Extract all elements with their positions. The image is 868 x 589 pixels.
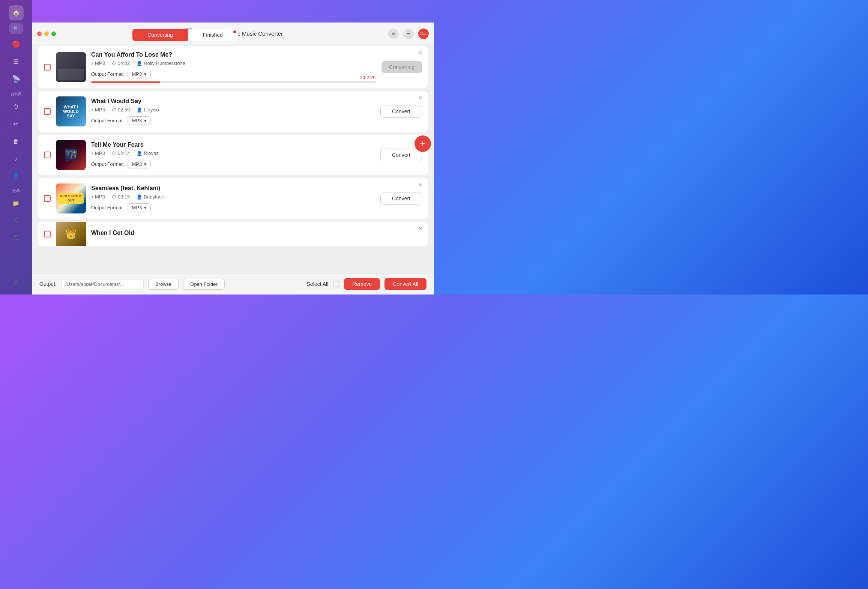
- sidebar-delete[interactable]: 🗑: [9, 134, 24, 149]
- clock-icon-2: ⏱: [112, 107, 116, 113]
- song-duration-1: ⏱ 04:02: [112, 60, 130, 66]
- person-icon-1: 👤: [137, 61, 142, 66]
- song-duration-2: ⏱ 02:59: [112, 107, 130, 113]
- convert-button-4[interactable]: Convert: [380, 192, 422, 205]
- chevron-down-icon-1: ▾: [144, 71, 147, 77]
- output-format-select-1[interactable]: MP3 ▾: [128, 70, 151, 78]
- output-format-label-3: Output Format:: [91, 161, 124, 167]
- sidebar-edit[interactable]: ✏: [9, 116, 24, 131]
- close-song-5[interactable]: ✕: [418, 225, 423, 231]
- sidebar-user[interactable]: 👤: [9, 168, 24, 183]
- output-path: /Users/apple/Documents/...: [61, 279, 144, 289]
- sidebar-note2[interactable]: 🎵: [9, 230, 24, 245]
- chevron-down-icon-3: ▾: [144, 161, 147, 167]
- select-all-checkbox[interactable]: [333, 281, 339, 287]
- song-info-1: Can You Afford To Lose Me? ♪ MP3 ⏱ 04:02…: [91, 51, 376, 83]
- open-folder-button[interactable]: Open Folder: [183, 279, 224, 290]
- output-format-label-2: Output Format:: [91, 118, 124, 123]
- avatar[interactable]: 11...: [418, 29, 429, 39]
- song-card-5: ✕ 👑 When I Get Old: [38, 222, 428, 246]
- sidebar-note1[interactable]: 🎵: [9, 213, 24, 228]
- song-format-1: ♪ MP3: [91, 60, 105, 66]
- sidebar-history[interactable]: ⏱: [9, 99, 24, 114]
- plus-icon: +: [420, 139, 425, 148]
- checkbox-song-4[interactable]: [44, 195, 51, 202]
- song-meta-3: ♪ MP3 ⏱ 02:14 👤 Riovaz: [91, 150, 375, 156]
- close-song-1[interactable]: ✕: [418, 50, 423, 56]
- minimize-btn[interactable]: [44, 32, 49, 36]
- select-all-group: Select All:: [307, 281, 339, 287]
- music-note-icon-4: ♪: [91, 194, 93, 200]
- song-meta-2: ♪ MP3 ⏱ 02:59 👤 Lloyiso: [91, 107, 375, 113]
- close-song-4[interactable]: ✕: [418, 182, 423, 188]
- menu-icon[interactable]: ☰: [403, 29, 414, 39]
- convert-all-button[interactable]: Convert All: [384, 278, 426, 290]
- song-meta-4: ♪ MP3 ⏱ 03:15 👤 Babyface: [91, 194, 375, 200]
- sidebar-folder[interactable]: 📁: [9, 196, 24, 211]
- song-artist-2: 👤 Lloyiso: [137, 107, 159, 113]
- song-art-1: [56, 52, 86, 82]
- format-row-3: Output Format: MP3 ▾: [91, 160, 375, 168]
- convert-button-2[interactable]: Convert: [380, 105, 422, 118]
- song-title-2: What I Would Say: [91, 98, 375, 105]
- checkbox-song-1[interactable]: [44, 64, 51, 71]
- song-artist-4: 👤 Babyface: [137, 194, 164, 200]
- clock-icon-4: ⏱: [112, 194, 116, 200]
- output-format-select-4[interactable]: MP3 ▾: [128, 203, 151, 212]
- add-button[interactable]: +: [414, 135, 431, 152]
- music-note-icon-1: ♪: [91, 61, 93, 66]
- format-row-4: Output Format: MP3 ▾: [91, 203, 375, 212]
- converting-button-1: Converting: [381, 61, 422, 73]
- checkbox-song-2[interactable]: [44, 108, 51, 115]
- song-title-3: Tell Me Your Fears: [91, 141, 375, 148]
- song-card-1: ✕ Can You Afford To Lose Me? ♪ MP3 ⏱: [38, 46, 428, 88]
- output-format-select-2[interactable]: MP3 ▾: [128, 116, 151, 125]
- progress-track-1: [91, 81, 376, 83]
- progress-fill-1: [91, 81, 160, 83]
- remove-button[interactable]: Remove: [344, 278, 380, 290]
- sidebar-note3[interactable]: 🎵: [9, 276, 24, 291]
- sidebar-broadcast[interactable]: 📡: [9, 71, 24, 86]
- sidebar-home[interactable]: 🏠: [9, 5, 24, 20]
- song-title-4: Seamless (feat. Kehlani): [91, 185, 375, 192]
- sidebar-section-label: 资料库: [11, 92, 22, 97]
- song-title-5: When I Get Old: [91, 230, 422, 236]
- maximize-btn[interactable]: [51, 32, 56, 36]
- song-art-4: GIRLS NIGHTOUT: [56, 183, 86, 213]
- song-meta-1: ♪ MP3 ⏱ 04:02 👤 Holly Humberstone: [91, 60, 376, 66]
- close-song-2[interactable]: ✕: [418, 95, 423, 101]
- sidebar-grid[interactable]: ⊞: [9, 54, 24, 69]
- finished-notification: [233, 30, 236, 33]
- song-format-2: ♪ MP3: [91, 107, 105, 113]
- clock-icon-1: ⏱: [112, 61, 116, 66]
- bottom-bar: Output: /Users/apple/Documents/... Brows…: [32, 273, 434, 294]
- tab-finished[interactable]: Finished: [188, 29, 238, 41]
- close-btn[interactable]: [37, 32, 42, 36]
- format-row-2: Output Format: MP3 ▾: [91, 116, 375, 125]
- chevron-down-icon-4: ▾: [144, 205, 147, 210]
- sidebar-search[interactable]: 🔍: [9, 23, 23, 34]
- sidebar-music[interactable]: ♪: [9, 151, 24, 166]
- person-icon-3: 👤: [137, 151, 142, 156]
- progress-label-1: 24.24%: [360, 75, 376, 80]
- sidebar-radio[interactable]: 🔴: [9, 37, 24, 52]
- tab-converting[interactable]: Converting: [132, 29, 188, 41]
- song-card-3: ✕ 🌃 Tell Me Your Fears ♪ MP3 ⏱ 02:14: [38, 135, 428, 175]
- song-card-4: ✕ GIRLS NIGHTOUT Seamless (feat. Kehlani…: [38, 178, 428, 219]
- song-format-4: ♪ MP3: [91, 194, 105, 200]
- song-card-2: ✕ WHAT IWOULDSAY What I Would Say ♪ MP3 …: [38, 91, 428, 132]
- checkbox-song-5[interactable]: [44, 231, 51, 237]
- progress-container-1: 24.24%: [91, 81, 376, 83]
- playlist-icon[interactable]: ≡: [388, 29, 399, 39]
- sidebar-playlist-label: 歌单: [12, 188, 20, 194]
- song-info-3: Tell Me Your Fears ♪ MP3 ⏱ 02:14 👤 Riov: [91, 141, 375, 168]
- output-format-select-3[interactable]: MP3 ▾: [128, 160, 151, 168]
- music-note-icon-2: ♪: [91, 107, 93, 113]
- song-format-3: ♪ MP3: [91, 150, 105, 156]
- song-list: ✕ Can You Afford To Lose Me? ♪ MP3 ⏱: [32, 42, 434, 273]
- converter-dialog: 🎵 TunesBank Apple Music Converter ≡ ☰ 11…: [32, 23, 434, 294]
- browse-button[interactable]: Browse: [148, 279, 179, 290]
- checkbox-song-3[interactable]: [44, 152, 51, 158]
- song-artist-3: 👤 Riovaz: [137, 150, 159, 156]
- person-icon-4: 👤: [137, 194, 142, 200]
